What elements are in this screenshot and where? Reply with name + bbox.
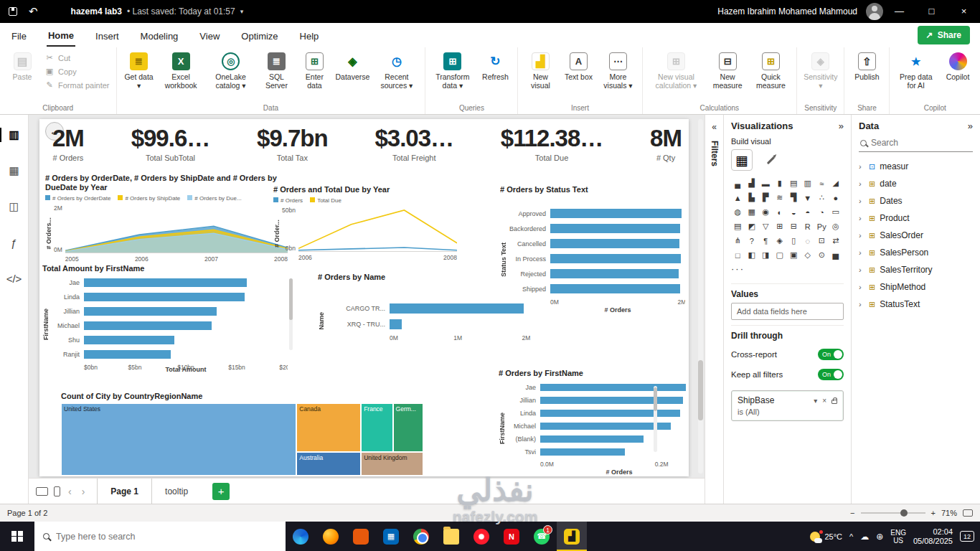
bar-segment[interactable] <box>84 293 245 301</box>
multi-row-card-icon[interactable]: ▤ <box>731 220 745 233</box>
date[interactable]: › ⊞ date <box>859 175 973 192</box>
bar-segment[interactable] <box>84 336 174 344</box>
media-app-icon[interactable] <box>346 522 376 551</box>
legend-item[interactable]: # Orders by Due... <box>187 195 241 202</box>
kpi-card[interactable]: $3.03… Total Freight <box>374 125 453 162</box>
shapes-icon[interactable]: ◇ <box>801 248 815 262</box>
cut-button[interactable]: ✂Cut <box>42 52 113 63</box>
dax-query-view-icon[interactable]: ƒ <box>4 232 24 253</box>
line-chart-icon[interactable]: ≈ <box>815 176 829 190</box>
Insert[interactable]: Insert <box>94 25 121 46</box>
minimize-button[interactable]: — <box>883 0 915 23</box>
orders-totaldue-line-chart[interactable]: # Orders and Total Due by Year# OrdersTo… <box>273 185 457 261</box>
bar-segment[interactable] <box>84 307 217 316</box>
paste-button[interactable]: ▤ Paste <box>4 50 41 83</box>
keep-all-filters-toggle[interactable]: On <box>818 369 844 380</box>
bar-row[interactable]: Jae <box>51 278 288 287</box>
share-button[interactable]: ↗ Share <box>918 26 970 44</box>
treemap-cell[interactable]: United States <box>61 403 296 476</box>
onelake-catalog-button[interactable]: ◎ OneLake catalog ▾ <box>204 50 258 92</box>
get-data-button[interactable]: ≣ Get data ▾ <box>121 50 158 92</box>
bar-row[interactable]: Shu <box>51 336 288 344</box>
Dates[interactable]: › ⊞ Dates <box>859 192 973 209</box>
cross-report-toggle[interactable]: On <box>818 349 844 360</box>
power-bi-icon[interactable]: ▟ <box>557 522 587 551</box>
pie-chart-icon[interactable]: ● <box>829 191 843 204</box>
bar-row[interactable]: Backordered <box>509 224 685 233</box>
collapse-visualizations-icon[interactable]: » <box>839 121 844 131</box>
bar-row[interactable]: Rejected <box>509 269 685 278</box>
buttons-icon[interactable]: ⊙ <box>815 248 829 262</box>
stacked-area-chart-icon[interactable]: ▲ <box>731 191 745 204</box>
chrome-icon[interactable] <box>406 522 436 551</box>
zoom-out-button[interactable]: − <box>850 509 854 517</box>
expand-chevron-icon[interactable]: › <box>859 231 864 240</box>
zoom-slider[interactable] <box>861 512 925 514</box>
dataverse-button[interactable]: ◈ Dataverse <box>334 50 371 83</box>
network-icon[interactable]: ⊕ <box>876 532 883 542</box>
mobile-view-icon[interactable] <box>54 486 60 496</box>
StatusText[interactable]: › ⊞ StatusText <box>859 296 973 313</box>
filled-map-icon[interactable]: ◐ <box>773 205 787 219</box>
bar-row[interactable]: XRQ - TRU... <box>326 319 533 329</box>
expand-chevron-icon[interactable]: › <box>859 179 864 188</box>
legend-item[interactable]: # Orders <box>273 197 303 204</box>
line-stacked-column-chart-icon[interactable]: ▙ <box>745 191 759 204</box>
filter-dropdown-icon[interactable]: ▾ <box>814 397 817 405</box>
treemap-icon[interactable]: ▦ <box>745 205 759 219</box>
format-painter-button[interactable]: ✎Format painter <box>42 80 113 90</box>
expand-chevron-icon[interactable]: › <box>859 265 864 274</box>
treemap-cell[interactable]: Canada <box>296 403 361 452</box>
bar-row[interactable]: Shipped <box>509 284 685 293</box>
orders-by-firstname-bar-chart[interactable]: # Orders by FirstNameFirstNameJaeJillian… <box>499 369 698 476</box>
bar-segment[interactable] <box>550 239 679 248</box>
enter-data-button[interactable]: ⊞ Enter data <box>296 50 333 92</box>
bar-segment[interactable] <box>390 303 524 314</box>
bar-segment[interactable] <box>550 254 681 263</box>
expand-chevron-icon[interactable]: › <box>859 248 864 257</box>
orders-by-name-bar-chart[interactable]: # Orders by NameNameCARGO TR...XRQ - TRU… <box>318 273 533 357</box>
zoom-slider-thumb[interactable] <box>900 509 908 517</box>
kpi-card[interactable]: 8M # Qty <box>650 125 682 162</box>
model-view-icon[interactable]: ◫ <box>4 197 24 217</box>
lock-filter-icon[interactable] <box>831 400 837 404</box>
ribbon-chart-icon[interactable]: ≋ <box>773 191 787 204</box>
key-influencers-icon[interactable]: ◎ <box>829 220 843 233</box>
tooltip[interactable]: tooltip <box>152 479 201 504</box>
bar-row[interactable]: Ranjit <box>51 350 288 359</box>
bar-segment[interactable] <box>540 423 671 430</box>
collapse-data-pane-icon[interactable]: » <box>968 121 973 131</box>
azure-map-icon[interactable]: ◓ <box>801 205 815 219</box>
area-chart-icon[interactable]: ◢ <box>829 176 843 190</box>
firefox-icon[interactable] <box>316 522 346 551</box>
opera-icon[interactable] <box>466 522 496 551</box>
legend-item[interactable]: # Orders by OrderDate <box>45 195 110 202</box>
bar-segment[interactable] <box>84 278 247 287</box>
metrics-icon[interactable]: ◈ <box>773 234 787 248</box>
button-slicer-icon[interactable]: ◨ <box>759 248 773 262</box>
title-dropdown-icon[interactable]: ▾ <box>240 8 244 15</box>
treemap-cell[interactable]: Australia <box>296 452 361 476</box>
calculator-icon[interactable]: ▦ <box>376 522 406 551</box>
build-visual-tab[interactable]: ▦ <box>731 149 753 171</box>
bar-row[interactable]: Jillian <box>507 397 698 404</box>
taskbar-search[interactable] <box>34 522 286 551</box>
bar-segment[interactable] <box>540 397 683 404</box>
new-visual-button[interactable]: ▟ New visual <box>522 50 559 92</box>
new-slicer-icon[interactable]: ◧ <box>745 248 759 262</box>
card-icon[interactable]: ▭ <box>829 205 843 219</box>
total-amount-chart-scrollbar[interactable] <box>289 278 293 350</box>
save-icon[interactable] <box>9 7 17 16</box>
bar-row[interactable]: Linda <box>51 293 288 301</box>
treemap-cell[interactable]: France <box>361 403 392 452</box>
prev-page-icon[interactable]: ‹ <box>66 486 74 497</box>
report-view-icon[interactable]: ▥ <box>4 125 24 145</box>
bar-segment[interactable] <box>540 384 686 391</box>
bar-segment[interactable] <box>84 321 212 330</box>
shape-map-icon[interactable]: ◒ <box>787 205 801 219</box>
bar-row[interactable]: Tsvi <box>507 448 698 456</box>
edge-icon[interactable] <box>286 522 316 551</box>
line-clustered-column-chart-icon[interactable]: ▛ <box>759 191 773 204</box>
expand-chevron-icon[interactable]: › <box>859 283 864 291</box>
legend-item[interactable]: Total Due <box>310 197 341 204</box>
